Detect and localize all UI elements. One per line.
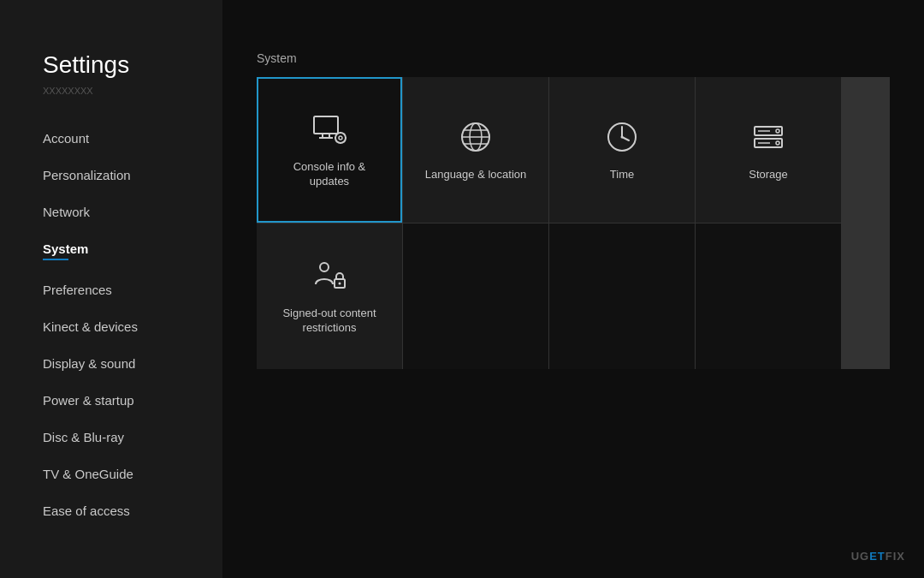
user-lock-icon xyxy=(311,257,348,295)
svg-point-22 xyxy=(621,135,624,138)
sidebar-item-disc[interactable]: Disc & Blu-ray xyxy=(0,419,222,456)
svg-point-27 xyxy=(776,141,779,145)
tile-storage-label: Storage xyxy=(749,168,788,182)
sidebar-item-system[interactable]: System xyxy=(0,230,222,271)
tile-empty-1 xyxy=(403,223,548,369)
svg-point-29 xyxy=(320,263,329,271)
sidebar-item-power[interactable]: Power & startup xyxy=(0,382,222,419)
watermark: UGETFIX xyxy=(851,550,905,563)
sidebar-item-network[interactable]: Network xyxy=(0,194,222,230)
sidebar-item-account[interactable]: Account xyxy=(0,120,222,157)
sidebar-item-preferences[interactable]: Preferences xyxy=(0,271,222,308)
section-label: System xyxy=(257,51,890,65)
globe-icon xyxy=(457,118,495,156)
tile-empty-2 xyxy=(549,223,695,369)
svg-line-11 xyxy=(344,141,345,142)
storage-icon xyxy=(749,118,787,156)
tiles-grid: Console info &updates Language & locatio… xyxy=(257,77,890,369)
sidebar-item-kinect[interactable]: Kinect & devices xyxy=(0,308,222,345)
svg-line-12 xyxy=(344,134,345,134)
sidebar-item-display-sound[interactable]: Display & sound xyxy=(0,345,222,382)
tile-time-label: Time xyxy=(610,168,634,182)
svg-point-31 xyxy=(339,283,341,285)
tile-language-location[interactable]: Language & location xyxy=(403,77,548,223)
main-content: System xyxy=(222,0,924,578)
sidebar-item-personalization[interactable]: Personalization xyxy=(0,157,222,194)
app-subtitle: XXXXXXXX xyxy=(0,86,222,120)
app-title: Settings xyxy=(0,51,222,82)
tile-signed-out-label: Signed-out contentrestrictions xyxy=(282,307,376,336)
svg-rect-0 xyxy=(314,116,338,134)
tile-empty-3 xyxy=(696,223,841,369)
svg-line-13 xyxy=(336,141,337,142)
sidebar-item-ease[interactable]: Ease of access xyxy=(0,492,222,529)
sidebar: Settings XXXXXXXX Account Personalizatio… xyxy=(0,0,222,578)
tile-language-location-label: Language & location xyxy=(425,168,527,182)
tile-time[interactable]: Time xyxy=(549,77,695,223)
tile-console-info[interactable]: Console info &updates xyxy=(257,77,402,223)
tile-storage[interactable]: Storage xyxy=(696,77,841,223)
svg-line-10 xyxy=(336,134,337,134)
clock-icon xyxy=(603,118,641,156)
sidebar-item-tv[interactable]: TV & OneGuide xyxy=(0,456,222,492)
tile-console-info-label: Console info &updates xyxy=(293,160,366,189)
svg-point-24 xyxy=(776,129,779,133)
tile-signed-out[interactable]: Signed-out contentrestrictions xyxy=(257,223,402,369)
svg-point-5 xyxy=(339,136,342,140)
watermark-text: UGETFIX xyxy=(851,550,905,563)
console-icon xyxy=(311,110,348,148)
